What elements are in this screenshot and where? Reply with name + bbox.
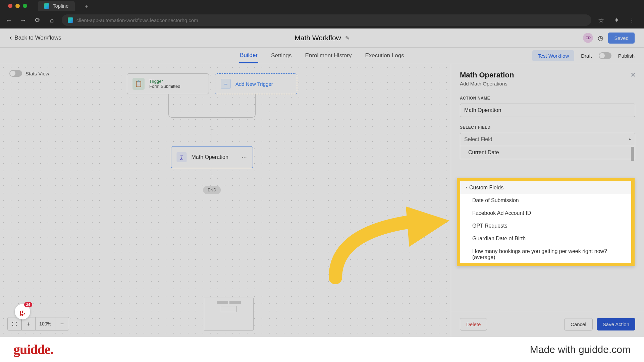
guidde-badge[interactable]: g. 34 <box>15 304 30 319</box>
back-label: Back to Workflows <box>14 35 61 41</box>
chevron-left-icon: ‹ <box>9 34 12 42</box>
dropdown-item-date-submission[interactable]: Date of Submission <box>460 194 631 207</box>
dropdown-item-facebook-ad[interactable]: Facebook Ad Account ID <box>460 207 631 220</box>
minimap[interactable] <box>204 298 254 330</box>
side-panel-header: Math Operation Add Math Operations ✕ <box>451 64 644 88</box>
stats-toggle-switch[interactable] <box>9 70 22 77</box>
action-name-label: ACTION NAME <box>460 96 635 101</box>
tab-favicon-icon <box>44 3 49 9</box>
tab-builder[interactable]: Builder <box>239 48 258 63</box>
select-field-label: SELECT FIELD <box>460 125 635 130</box>
trigger-card[interactable]: 📋 Trigger Form Submitted <box>127 73 209 94</box>
site-identity-icon <box>68 17 73 23</box>
header-right: ER ◷ Saved <box>583 33 635 44</box>
end-node: END <box>203 186 221 194</box>
form-icon: 📋 <box>132 78 145 90</box>
close-panel-icon[interactable]: ✕ <box>630 71 636 79</box>
action-more-icon[interactable]: ⋯ <box>241 154 248 161</box>
browser-chrome: Topline ＋ ← → ⟳ ⌂ client-app-automation-… <box>0 0 644 28</box>
home-icon[interactable]: ⌂ <box>47 15 57 25</box>
dropdown-group-custom-fields[interactable]: Custom Fields <box>460 181 631 194</box>
menu-dots-icon[interactable]: ⋮ <box>627 15 637 25</box>
select-placeholder: Select Field <box>464 136 492 142</box>
select-field-group: SELECT FIELD Select Field Current Date <box>460 125 635 159</box>
made-with-text: Made with guidde.com <box>530 344 631 355</box>
history-icon[interactable]: ◷ <box>598 34 603 42</box>
save-action-button[interactable]: Save Action <box>597 318 635 330</box>
back-icon[interactable]: ← <box>4 15 13 25</box>
action-name-field: ACTION NAME <box>460 96 635 117</box>
tab-title: Topline <box>53 3 69 9</box>
workflow-title-wrap: Math Workflow ✎ <box>294 34 349 42</box>
reload-icon[interactable]: ⟳ <box>33 15 42 25</box>
zoom-level: 100% <box>36 317 55 330</box>
dropdown-item-gpt-requests[interactable]: GPT Requests <box>460 220 631 232</box>
test-workflow-button[interactable]: Test Workflow <box>532 50 574 61</box>
extensions-icon[interactable]: ✦ <box>612 15 621 25</box>
edit-title-icon[interactable]: ✎ <box>345 35 350 41</box>
tab-execution-logs[interactable]: Execution Logs <box>364 49 405 63</box>
connector-box <box>168 94 256 118</box>
workflow-title: Math Workflow <box>294 34 341 42</box>
tabs-row: Builder Settings Enrollment History Exec… <box>0 48 644 64</box>
triggers-row: 📋 Trigger Form Submitted ＋ Add New Trigg… <box>127 73 297 94</box>
select-field-dropdown: Current Date <box>460 146 635 159</box>
bookmark-star-icon[interactable]: ☆ <box>596 15 606 25</box>
browser-tab[interactable]: Topline <box>38 1 75 11</box>
maximize-window-icon[interactable] <box>23 4 27 8</box>
tab-enrollment-history[interactable]: Enrollment History <box>305 49 353 63</box>
delete-button[interactable]: Delete <box>460 318 487 330</box>
trigger-label: Trigger <box>149 79 180 84</box>
tab-settings[interactable]: Settings <box>270 49 292 63</box>
tabs-right: Test Workflow Draft Publish <box>532 50 635 61</box>
cancel-button[interactable]: Cancel <box>564 318 593 330</box>
dropdown-item-bookings[interactable]: How many bookings are you getting per we… <box>460 245 631 264</box>
nav-right: ☆ ✦ ⋮ <box>596 15 640 25</box>
minimap-content <box>215 301 242 312</box>
add-trigger-label: Add New Trigger <box>235 81 273 87</box>
saved-button[interactable]: Saved <box>608 33 635 44</box>
back-to-workflows-link[interactable]: ‹ Back to Workflows <box>9 34 61 42</box>
highlight-box: Custom Fields Date of Submission Faceboo… <box>457 178 635 266</box>
minimize-window-icon[interactable] <box>15 4 20 8</box>
dropdown-item-current-date[interactable]: Current Date <box>460 146 635 159</box>
highlight-content: Custom Fields Date of Submission Faceboo… <box>460 181 631 264</box>
stats-view-label: Stats View <box>25 71 49 76</box>
new-tab-button[interactable]: ＋ <box>82 1 92 11</box>
forward-icon[interactable]: → <box>18 15 28 25</box>
action-name-input[interactable] <box>460 104 635 117</box>
publish-toggle[interactable] <box>599 52 611 59</box>
zoom-out-button[interactable]: − <box>55 317 69 330</box>
url-bar[interactable]: client-app-automation-workflows.leadconn… <box>62 14 591 26</box>
badge-count: 34 <box>24 302 32 307</box>
action-card-math[interactable]: ∑ Math Operation ⋯ <box>171 146 253 168</box>
plus-icon: ＋ <box>221 79 231 89</box>
tab-bar: Topline ＋ <box>0 0 644 12</box>
trigger-sublabel: Form Submitted <box>149 84 180 89</box>
dropdown-scrollbar[interactable] <box>631 147 634 158</box>
draft-label: Draft <box>581 53 592 59</box>
add-new-trigger-card[interactable]: ＋ Add New Trigger <box>215 73 297 94</box>
math-icon: ∑ <box>177 152 187 162</box>
side-panel-subtitle: Add Math Operations <box>460 81 635 86</box>
add-step-plus-icon[interactable]: ＋ <box>209 126 215 133</box>
guide-arrow-icon <box>325 190 460 284</box>
avatar[interactable]: ER <box>583 33 593 43</box>
connector-line <box>212 138 212 146</box>
action-card-label: Math Operation <box>192 154 228 160</box>
publish-label: Publish <box>618 53 635 59</box>
side-panel-footer: Delete Cancel Save Action <box>451 312 644 337</box>
footer-bar: guidde. Made with guidde.com <box>0 337 644 362</box>
window-controls <box>3 4 32 8</box>
app-header: ‹ Back to Workflows Math Workflow ✎ ER ◷… <box>0 28 644 48</box>
add-step-plus-icon[interactable]: ＋ <box>209 172 215 179</box>
nav-bar: ← → ⟳ ⌂ client-app-automation-workflows.… <box>0 12 644 28</box>
url-text: client-app-automation-workflows.leadconn… <box>76 17 198 23</box>
select-field-input[interactable]: Select Field <box>460 133 635 146</box>
trigger-text: Trigger Form Submitted <box>149 79 180 89</box>
side-panel-title: Math Operation <box>460 71 635 79</box>
stats-view-toggle[interactable]: Stats View <box>9 70 49 77</box>
dropdown-item-guardian-dob[interactable]: Guardian Date of Birth <box>460 232 631 245</box>
guidde-footer-logo: guidde. <box>13 342 53 357</box>
close-window-icon[interactable] <box>8 4 12 8</box>
